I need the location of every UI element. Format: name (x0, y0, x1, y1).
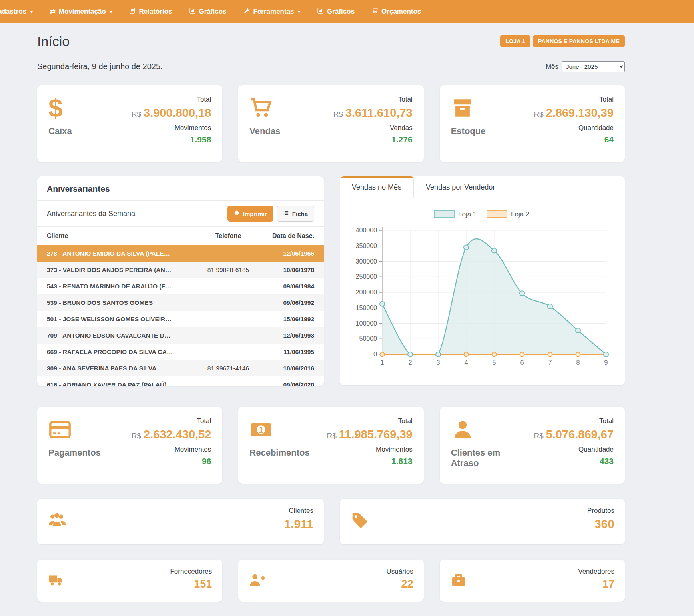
card-title: Caixa (48, 126, 72, 136)
currency-symbol: R$ (132, 110, 141, 118)
birthday-table-row[interactable]: 373 - VALDIR DOS ANJOS PEREIRA (AN…81 99… (37, 262, 324, 278)
nav-item-label: Orçamentos (381, 8, 421, 16)
summary-value: 360 (587, 517, 614, 531)
count-label: Quantidade (534, 446, 614, 454)
panel-subtitle: Aniversariantes da Semana (47, 210, 135, 218)
cell-nascimento: 09/06/1992 (266, 299, 314, 306)
print-button[interactable]: Imprimir (227, 206, 273, 222)
currency-symbol: R$ (333, 110, 343, 118)
cell-nascimento: 15/06/1992 (266, 316, 314, 323)
cell-nascimento: 09/06/1984 (266, 283, 314, 290)
count-label: Movimentos (132, 124, 211, 132)
tab-vendas-por-vendedor[interactable]: Vendas por Vendedor (414, 176, 507, 198)
cell-cliente: 669 - RAFAELA PROCOPIO DA SILVA CA… (47, 348, 190, 356)
nav-item-orcamentos[interactable]: Orçamentos (363, 0, 429, 23)
clientes-em-atraso-card: Clientes em Atraso Total R$5.076.869,67 … (440, 407, 625, 484)
svg-text:Loja 1: Loja 1 (458, 210, 477, 218)
nav-item-movimentacao[interactable]: ⇄ Movimentação ▾ (41, 0, 121, 23)
report-icon (129, 7, 136, 16)
current-date: Segunda-feira, 9 de junho de 2025. (37, 62, 163, 71)
card-title: Estoque (451, 126, 486, 136)
nav-item-graficos-2[interactable]: Gráficos (309, 0, 363, 23)
cell-nascimento: 10/06/2016 (266, 365, 314, 372)
card-title: Recebimentos (249, 448, 309, 458)
cell-nascimento: 11/06/1995 (266, 348, 314, 356)
birthday-table-row[interactable]: 709 - ANTONIO EDSON CAVALCANTE D…12/06/1… (37, 327, 324, 344)
svg-text:9: 9 (604, 359, 608, 366)
cell-nascimento: 12/06/1993 (266, 332, 314, 339)
currency-symbol: R$ (327, 432, 337, 440)
cell-cliente: 616 - ADRIANO XAVIER DA PAZ (PALAÚ) (47, 381, 190, 386)
tab-vendas-no-mes[interactable]: Vendas no Mês (340, 176, 414, 198)
cell-cliente: 709 - ANTONIO EDSON CAVALCANTE D… (47, 332, 190, 339)
birthdays-table-body: 278 - ANTONIO EMIDIO DA SILVA (PALE…12/0… (37, 245, 324, 386)
svg-text:50000: 50000 (359, 335, 377, 342)
svg-text:200000: 200000 (356, 289, 377, 296)
fornecedores-card: Fornecedores 151 (37, 560, 222, 602)
summary-value: 17 (578, 578, 614, 590)
birthday-table-row[interactable]: 543 - RENATO MARINHO DE ARAUJO (F…09/06/… (37, 278, 324, 294)
svg-text:350000: 350000 (356, 242, 377, 249)
nav-item-label: Gráficos (327, 8, 355, 16)
pagamentos-card: Pagamentos Total R$2.632.430,52 Moviment… (37, 407, 222, 484)
nav-item-label: Ferramentas (253, 8, 294, 16)
birthday-table-row[interactable]: 539 - BRUNO DOS SANTOS GOMES09/06/1992 (37, 294, 324, 311)
count-value: 1.958 (132, 135, 211, 144)
page-title: Início (37, 34, 70, 49)
svg-text:7: 7 (548, 359, 552, 366)
list-icon (283, 210, 289, 217)
nav-item-relatorios[interactable]: Relatórios (120, 0, 180, 23)
nav-item-graficos[interactable]: Gráficos (181, 0, 235, 23)
total-value: 3.611.610,73 (345, 106, 413, 119)
svg-text:Loja 2: Loja 2 (511, 210, 529, 218)
cell-nascimento: 09/06/2020 (266, 381, 314, 386)
birthday-table-row[interactable]: 309 - ANA SEVERINA PAES DA SILVA81 99671… (37, 360, 324, 376)
summary-label: Fornecedores (170, 568, 212, 576)
birthday-table-row[interactable]: 278 - ANTONIO EMIDIO DA SILVA (PALE…12/0… (37, 245, 324, 262)
caixa-card: $ Caixa Total R$3.900.800,18 Movimentos … (37, 85, 222, 162)
nav-item-ferramentas[interactable]: Ferramentas ▾ (235, 0, 309, 23)
nav-item-label: Movimentação (59, 8, 106, 16)
total-value: 3.900.800,18 (144, 106, 211, 119)
exchange-icon: ⇄ (50, 8, 56, 15)
svg-text:300000: 300000 (356, 258, 377, 265)
nav-item-label: Gráficos (199, 8, 227, 16)
total-value: 11.985.769,39 (339, 428, 413, 441)
birthday-table-row[interactable]: 669 - RAFAELA PROCOPIO DA SILVA CA…11/06… (37, 344, 324, 360)
total-label: Total (534, 417, 614, 425)
total-value: 5.076.869,67 (546, 428, 614, 441)
tag-icon (350, 511, 369, 531)
count-value: 1.813 (327, 456, 413, 466)
month-select[interactable]: June - 2025 (562, 61, 625, 72)
printer-icon (234, 210, 240, 217)
birthday-table-row[interactable]: 501 - JOSE WELISSON GOMES OLIVEIR…15/06/… (37, 311, 324, 327)
count-value: 1.276 (333, 135, 413, 144)
svg-text:1: 1 (259, 425, 263, 435)
total-label: Total (327, 417, 413, 425)
caret-down-icon: ▾ (110, 9, 112, 14)
caret-down-icon: ▾ (298, 9, 301, 14)
estoque-card: Estoque Total R$2.869.130,39 Quantidade … (440, 85, 625, 162)
summary-label: Produtos (587, 507, 614, 515)
summary-label: Vendedores (578, 568, 614, 576)
birthday-table-row[interactable]: 616 - ADRIANO XAVIER DA PAZ (PALAÚ)09/06… (37, 376, 324, 386)
nav-item-cadastros[interactable]: Cadastros ▾ (0, 0, 41, 23)
count-value: 433 (534, 456, 614, 466)
bar-chart-icon (189, 7, 196, 16)
ficha-button[interactable]: Ficha (277, 206, 314, 222)
svg-text:6: 6 (520, 359, 524, 366)
ficha-button-label: Ficha (292, 210, 308, 217)
cell-telefone: 81 99828-6185 (190, 266, 266, 274)
vendas-card: Vendas Total R$3.611.610,73 Vendas 1.276 (238, 85, 423, 162)
print-button-label: Imprimir (243, 210, 267, 217)
count-value: 64 (534, 135, 614, 144)
truck-icon (48, 572, 64, 590)
nav-item-label: Cadastros (0, 8, 26, 16)
svg-text:250000: 250000 (356, 273, 377, 280)
sales-line-chart: 0500001000001500002000002500003000003500… (351, 205, 611, 381)
total-label: Total (132, 96, 211, 104)
people-icon (48, 511, 66, 531)
birthdays-table-header: Cliente Telefone Data de Nasc. (37, 227, 324, 245)
svg-text:4: 4 (465, 359, 468, 366)
aniversariantes-panel: Aniversariantes Aniversariantes da Seman… (37, 176, 324, 386)
